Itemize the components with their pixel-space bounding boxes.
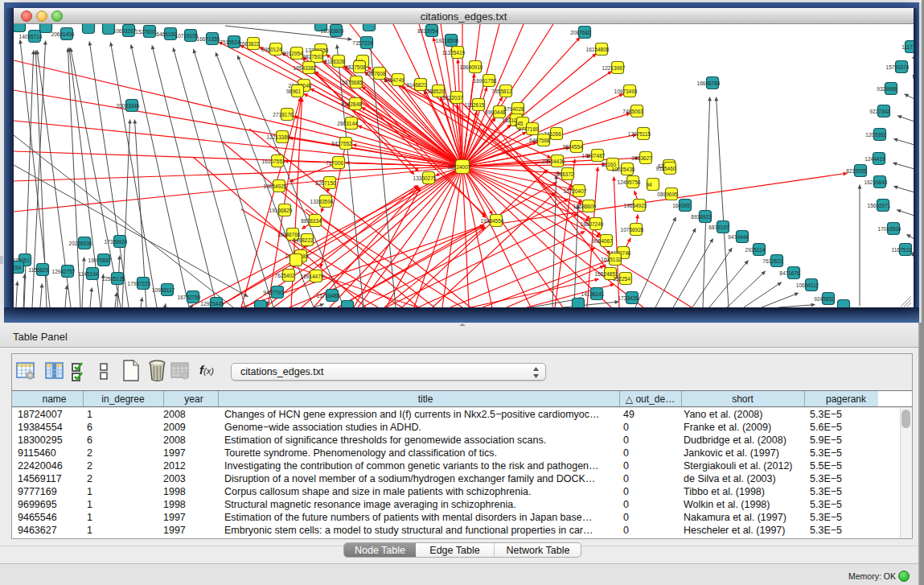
svg-text:9146821: 9146821 bbox=[406, 82, 427, 88]
svg-text:13353594: 13353594 bbox=[310, 199, 334, 204]
svg-text:14136141: 14136141 bbox=[581, 291, 605, 297]
svg-text:19384554: 19384554 bbox=[481, 218, 504, 224]
svg-text:12213389: 12213389 bbox=[267, 134, 290, 140]
svg-text:15751074: 15751074 bbox=[886, 64, 910, 70]
svg-text:7955812: 7955812 bbox=[491, 89, 512, 94]
svg-text:18724007: 18724007 bbox=[448, 164, 471, 170]
svg-text:1156829: 1156829 bbox=[29, 267, 49, 273]
svg-text:18807249: 18807249 bbox=[581, 221, 604, 227]
svg-text:12505135: 12505135 bbox=[102, 276, 125, 282]
svg-text:17957223: 17957223 bbox=[128, 281, 151, 286]
svg-text:9227342: 9227342 bbox=[869, 109, 890, 114]
svg-text:6497568: 6497568 bbox=[529, 138, 550, 143]
svg-text:6466160: 6466160 bbox=[156, 31, 177, 37]
svg-text:8912954: 8912954 bbox=[282, 51, 303, 56]
svg-text:8813054: 8813054 bbox=[417, 28, 438, 34]
svg-text:16648784: 16648784 bbox=[697, 80, 721, 86]
svg-text:20053346: 20053346 bbox=[117, 103, 140, 109]
svg-text:19654923: 19654923 bbox=[624, 203, 647, 208]
svg-text:20691406: 20691406 bbox=[51, 31, 75, 37]
svg-text:8878334: 8878334 bbox=[301, 218, 322, 224]
svg-text:16543382: 16543382 bbox=[294, 65, 317, 71]
svg-text:12942757: 12942757 bbox=[52, 269, 76, 274]
svg-text:9463627: 9463627 bbox=[631, 155, 652, 161]
svg-text:9827503: 9827503 bbox=[302, 54, 323, 60]
svg-text:19166829: 19166829 bbox=[269, 208, 293, 213]
svg-text:10654112: 10654112 bbox=[796, 282, 819, 288]
svg-text:15716485: 15716485 bbox=[317, 293, 340, 299]
svg-text:252254: 252254 bbox=[613, 276, 630, 282]
svg-text:2867608: 2867608 bbox=[365, 71, 386, 76]
svg-text:17359924: 17359924 bbox=[105, 239, 128, 245]
svg-text:1733426: 1733426 bbox=[618, 295, 639, 301]
svg-text:7663822: 7663822 bbox=[239, 41, 260, 47]
svg-text:1615132: 1615132 bbox=[601, 257, 622, 262]
svg-text:1588520: 1588520 bbox=[424, 89, 445, 94]
svg-text:94: 94 bbox=[646, 182, 652, 187]
svg-text:1527602: 1527602 bbox=[135, 29, 156, 35]
svg-text:7632621: 7632621 bbox=[762, 258, 783, 264]
svg-text:16107553: 16107553 bbox=[262, 159, 285, 164]
svg-text:164095: 164095 bbox=[672, 203, 690, 208]
svg-text:7357224: 7357224 bbox=[352, 40, 373, 46]
svg-text:717006: 717006 bbox=[326, 160, 343, 166]
svg-text:16210643: 16210643 bbox=[864, 179, 888, 185]
svg-text:2803144: 2803144 bbox=[337, 121, 358, 126]
svg-text:9242848: 9242848 bbox=[341, 101, 362, 107]
svg-text:15692971: 15692971 bbox=[868, 203, 891, 208]
svg-text:8186328: 8186328 bbox=[324, 59, 345, 64]
svg-text:1162615: 1162615 bbox=[465, 102, 485, 108]
svg-text:15720407: 15720407 bbox=[564, 188, 587, 194]
svg-text:10973493: 10973493 bbox=[614, 89, 638, 94]
svg-text:1209382: 1209382 bbox=[865, 132, 886, 138]
svg-text:16046766: 16046766 bbox=[277, 232, 301, 237]
svg-text:16782759: 16782759 bbox=[178, 295, 201, 300]
svg-text:9245652: 9245652 bbox=[814, 296, 835, 302]
svg-text:19654925: 19654925 bbox=[264, 183, 287, 189]
svg-text:10756928: 10756928 bbox=[621, 227, 644, 233]
svg-text:19975887: 19975887 bbox=[88, 257, 112, 263]
svg-text:8322037: 8322037 bbox=[442, 95, 463, 101]
svg-text:7986372: 7986372 bbox=[553, 171, 574, 177]
svg-text:2935114: 2935114 bbox=[745, 247, 766, 253]
svg-text:9457791: 9457791 bbox=[263, 290, 284, 295]
svg-text:18640910: 18640910 bbox=[460, 64, 483, 70]
svg-text:16033809: 16033809 bbox=[321, 28, 344, 34]
svg-text:10688609: 10688609 bbox=[573, 204, 597, 209]
svg-text:20364436: 20364436 bbox=[542, 159, 565, 164]
svg-text:9960124: 9960124 bbox=[261, 47, 282, 52]
svg-text:16914479: 16914479 bbox=[301, 274, 324, 279]
svg-text:7515524: 7515524 bbox=[220, 39, 240, 45]
svg-text:10025438: 10025438 bbox=[612, 167, 635, 172]
svg-text:6794028: 6794028 bbox=[503, 106, 524, 112]
svg-text:20206536: 20206536 bbox=[69, 241, 92, 246]
svg-text:6879197: 6879197 bbox=[708, 225, 729, 230]
svg-text:5875685: 5875685 bbox=[342, 80, 363, 85]
svg-text:5498222: 5498222 bbox=[293, 237, 314, 243]
svg-text:16961758: 16961758 bbox=[474, 78, 497, 84]
svg-text:8454749: 8454749 bbox=[384, 77, 405, 83]
svg-text:12923445: 12923445 bbox=[201, 301, 224, 307]
svg-text:3824554: 3824554 bbox=[562, 144, 583, 150]
svg-text:8471676: 8471676 bbox=[779, 270, 800, 276]
svg-text:12975115: 12975115 bbox=[628, 131, 651, 137]
svg-text:12213967: 12213967 bbox=[602, 65, 626, 71]
svg-text:13300275: 13300275 bbox=[413, 175, 437, 181]
svg-text:10719155: 10719155 bbox=[175, 33, 199, 39]
svg-text:11325419: 11325419 bbox=[442, 50, 466, 56]
svg-text:9115460: 9115460 bbox=[656, 166, 676, 171]
svg-text:2087682: 2087682 bbox=[570, 30, 591, 35]
svg-text:0899695: 0899695 bbox=[657, 192, 678, 197]
svg-text:9777169: 9777169 bbox=[518, 126, 539, 132]
svg-text:1244419: 1244419 bbox=[864, 156, 885, 162]
svg-text:14055714: 14055714 bbox=[19, 34, 43, 39]
svg-text:17016504: 17016504 bbox=[878, 226, 901, 232]
svg-text:8938923: 8938923 bbox=[691, 214, 712, 220]
svg-text:1117: 1117 bbox=[901, 44, 913, 50]
svg-text:39154: 39154 bbox=[14, 265, 21, 270]
svg-text:9827508: 9827508 bbox=[345, 64, 366, 70]
svg-text:10653267: 10653267 bbox=[113, 28, 137, 34]
svg-text:7625402: 7625402 bbox=[274, 273, 295, 278]
svg-text:8427552: 8427552 bbox=[331, 141, 352, 146]
svg-text:7485063: 7485063 bbox=[622, 109, 643, 114]
